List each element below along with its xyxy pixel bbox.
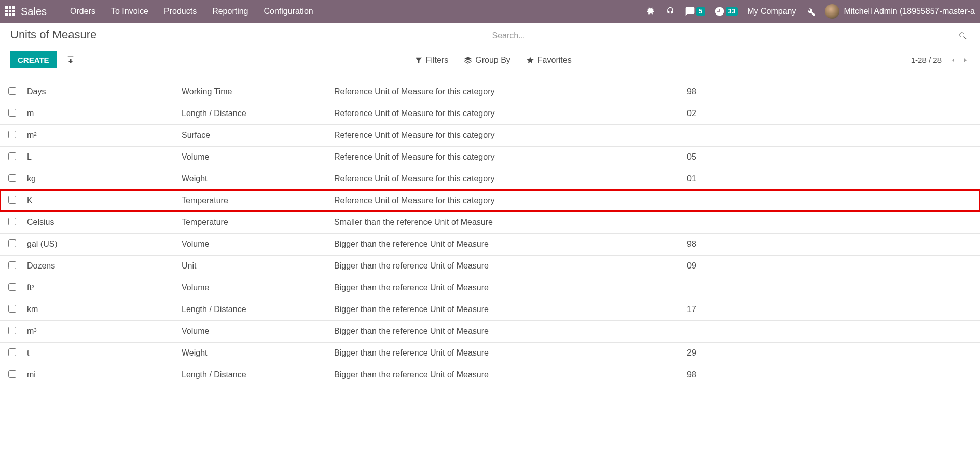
activities-badge: 33: [726, 7, 738, 16]
uom-cell: Celsius: [24, 211, 177, 233]
funnel-icon: [415, 56, 423, 64]
ratio-cell: [683, 190, 980, 211]
table-row[interactable]: DaysWorking TimeReference Unit of Measur…: [0, 81, 980, 103]
row-checkbox[interactable]: [8, 196, 16, 204]
ratio-cell: 98: [683, 233, 980, 255]
category-cell: Volume: [177, 277, 330, 299]
table-row[interactable]: miLength / DistanceBigger than the refer…: [0, 364, 980, 386]
favorites-button[interactable]: Favorites: [526, 55, 572, 65]
company-selector[interactable]: My Company: [747, 7, 796, 16]
nav-products[interactable]: Products: [156, 7, 204, 16]
ratio-cell: [683, 124, 980, 146]
table-row[interactable]: kmLength / DistanceBigger than the refer…: [0, 299, 980, 320]
messages-icon: [685, 6, 695, 17]
table-row[interactable]: CelsiusTemperatureSmaller than the refer…: [0, 211, 980, 233]
row-checkbox[interactable]: [8, 261, 16, 269]
table-row[interactable]: ft³VolumeBigger than the reference Unit …: [0, 277, 980, 299]
cp-left: CREATE: [10, 51, 75, 68]
row-checkbox-cell: [0, 233, 24, 255]
type-cell: Smaller than the reference Unit of Measu…: [330, 211, 683, 233]
row-checkbox[interactable]: [8, 305, 16, 313]
groupby-button[interactable]: Group By: [464, 55, 510, 65]
table-row[interactable]: mLength / DistanceReference Unit of Meas…: [0, 103, 980, 124]
user-name: Mitchell Admin (18955857-master-a: [844, 7, 975, 16]
row-checkbox[interactable]: [8, 152, 16, 160]
table-row[interactable]: tWeightBigger than the reference Unit of…: [0, 342, 980, 364]
row-checkbox-cell: [0, 81, 24, 103]
table-row[interactable]: KTemperatureReference Unit of Measure fo…: [0, 190, 980, 211]
layers-icon: [464, 56, 472, 64]
main-navbar: Sales Orders To Invoice Products Reporti…: [0, 0, 980, 23]
pager-prev-icon[interactable]: [949, 56, 957, 64]
create-button[interactable]: CREATE: [10, 51, 57, 68]
table-row[interactable]: DozensUnitBigger than the reference Unit…: [0, 255, 980, 277]
filters-button[interactable]: Filters: [415, 55, 449, 65]
uom-table: DaysWorking TimeReference Unit of Measur…: [0, 74, 980, 386]
cp-top: Units of Measure: [10, 28, 970, 44]
pager-next-icon[interactable]: [961, 56, 970, 64]
type-cell: Reference Unit of Measure for this categ…: [330, 190, 683, 211]
nav-orders[interactable]: Orders: [62, 7, 103, 16]
row-checkbox[interactable]: [8, 131, 16, 138]
row-checkbox[interactable]: [8, 87, 16, 95]
type-cell: Reference Unit of Measure for this categ…: [330, 146, 683, 168]
messages-badge: 5: [696, 7, 705, 16]
type-cell: Bigger than the reference Unit of Measur…: [330, 299, 683, 320]
table-row[interactable]: LVolumeReference Unit of Measure for thi…: [0, 146, 980, 168]
row-checkbox[interactable]: [8, 370, 16, 378]
uom-cell: m³: [24, 320, 177, 342]
table-row[interactable]: gal (US)VolumeBigger than the reference …: [0, 233, 980, 255]
pager-text[interactable]: 1-28 / 28: [911, 55, 942, 64]
control-panel: Units of Measure CREATE Filters Group By…: [0, 23, 980, 74]
row-checkbox-cell: [0, 342, 24, 364]
search-input[interactable]: [490, 28, 970, 44]
row-checkbox-cell: [0, 103, 24, 124]
activities-button[interactable]: 33: [714, 6, 738, 17]
row-checkbox-cell: [0, 364, 24, 386]
table-row[interactable]: m³VolumeBigger than the reference Unit o…: [0, 320, 980, 342]
ratio-cell: 02: [683, 103, 980, 124]
type-cell: Bigger than the reference Unit of Measur…: [330, 364, 683, 386]
import-icon[interactable]: [66, 55, 75, 65]
category-cell: Length / Distance: [177, 299, 330, 320]
row-checkbox[interactable]: [8, 283, 16, 291]
row-checkbox[interactable]: [8, 327, 16, 334]
row-checkbox[interactable]: [8, 109, 16, 117]
row-checkbox-cell: [0, 211, 24, 233]
ratio-cell: 29: [683, 342, 980, 364]
uom-cell: gal (US): [24, 233, 177, 255]
type-cell: Reference Unit of Measure for this categ…: [330, 103, 683, 124]
row-checkbox[interactable]: [8, 348, 16, 356]
messages-button[interactable]: 5: [685, 6, 705, 17]
search-icon[interactable]: [958, 31, 968, 40]
type-cell: Bigger than the reference Unit of Measur…: [330, 342, 683, 364]
nav-configuration[interactable]: Configuration: [256, 7, 321, 16]
category-cell: Volume: [177, 233, 330, 255]
uom-cell: L: [24, 146, 177, 168]
category-cell: Volume: [177, 320, 330, 342]
row-checkbox[interactable]: [8, 218, 16, 225]
ratio-cell: 17: [683, 299, 980, 320]
uom-cell: m: [24, 103, 177, 124]
apps-icon[interactable]: [5, 6, 16, 17]
uom-cell: km: [24, 299, 177, 320]
nav-to-invoice[interactable]: To Invoice: [103, 7, 156, 16]
nav-reporting[interactable]: Reporting: [204, 7, 256, 16]
user-menu[interactable]: Mitchell Admin (18955857-master-a: [825, 4, 975, 19]
row-checkbox[interactable]: [8, 239, 16, 247]
ratio-cell: 09: [683, 255, 980, 277]
table-row[interactable]: m²SurfaceReference Unit of Measure for t…: [0, 124, 980, 146]
support-icon[interactable]: [665, 6, 675, 17]
row-checkbox[interactable]: [8, 174, 16, 182]
app-name[interactable]: Sales: [21, 6, 47, 18]
star-icon: [526, 56, 534, 64]
row-checkbox-cell: [0, 168, 24, 190]
table-row[interactable]: kgWeightReference Unit of Measure for th…: [0, 168, 980, 190]
tools-icon[interactable]: [805, 6, 816, 17]
type-cell: Bigger than the reference Unit of Measur…: [330, 233, 683, 255]
row-checkbox-cell: [0, 299, 24, 320]
debug-icon[interactable]: [645, 6, 656, 17]
type-cell: Bigger than the reference Unit of Measur…: [330, 277, 683, 299]
row-checkbox-cell: [0, 124, 24, 146]
cp-right: 1-28 / 28: [911, 55, 970, 64]
